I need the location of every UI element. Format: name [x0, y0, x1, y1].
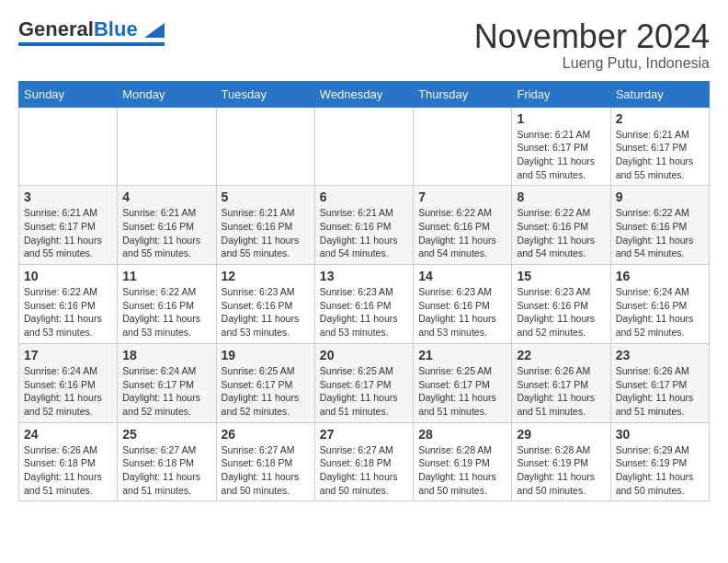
weekday-header-friday: Friday: [512, 81, 610, 107]
day-number: 10: [24, 269, 112, 283]
day-info: Sunrise: 6:28 AMSunset: 6:19 PMDaylight:…: [517, 443, 605, 498]
calendar-cell: 10Sunrise: 6:22 AMSunset: 6:16 PMDayligh…: [19, 265, 118, 344]
calendar-cell: 7Sunrise: 6:22 AMSunset: 6:16 PMDaylight…: [414, 186, 512, 265]
day-info: Sunrise: 6:21 AMSunset: 6:16 PMDaylight:…: [222, 206, 310, 260]
day-number: 1: [517, 111, 605, 126]
day-number: 20: [320, 348, 408, 362]
day-info: Sunrise: 6:26 AMSunset: 6:17 PMDaylight:…: [616, 364, 704, 419]
day-number: 4: [122, 190, 210, 204]
day-number: 27: [320, 427, 408, 442]
day-info: Sunrise: 6:27 AMSunset: 6:18 PMDaylight:…: [122, 443, 210, 498]
day-info: Sunrise: 6:21 AMSunset: 6:17 PMDaylight:…: [24, 206, 112, 260]
calendar-cell: [216, 107, 314, 186]
calendar-cell: 23Sunrise: 6:26 AMSunset: 6:17 PMDayligh…: [610, 343, 709, 422]
day-number: 26: [222, 427, 310, 442]
calendar-cell: 18Sunrise: 6:24 AMSunset: 6:17 PMDayligh…: [118, 343, 216, 422]
calendar-cell: [414, 107, 512, 186]
title-section: November 2024 Lueng Putu, Indonesia: [474, 18, 710, 72]
day-number: 21: [418, 348, 506, 362]
day-info: Sunrise: 6:26 AMSunset: 6:17 PMDaylight:…: [517, 364, 605, 419]
calendar-cell: 12Sunrise: 6:23 AMSunset: 6:16 PMDayligh…: [216, 265, 314, 344]
calendar-cell: 6Sunrise: 6:21 AMSunset: 6:16 PMDaylight…: [314, 186, 413, 265]
day-number: 18: [122, 348, 210, 362]
logo-blue: Blue: [94, 17, 138, 40]
calendar-cell: 2Sunrise: 6:21 AMSunset: 6:17 PMDaylight…: [610, 107, 709, 186]
day-number: 14: [418, 269, 506, 283]
logo-wing-icon: [144, 23, 165, 38]
day-info: Sunrise: 6:23 AMSunset: 6:16 PMDaylight:…: [222, 285, 310, 339]
day-number: 13: [320, 269, 408, 283]
calendar-cell: 4Sunrise: 6:21 AMSunset: 6:16 PMDaylight…: [118, 186, 216, 265]
weekday-header-thursday: Thursday: [414, 81, 512, 107]
calendar-table: SundayMondayTuesdayWednesdayThursdayFrid…: [18, 81, 710, 502]
day-info: Sunrise: 6:22 AMSunset: 6:16 PMDaylight:…: [24, 285, 112, 339]
day-info: Sunrise: 6:29 AMSunset: 6:19 PMDaylight:…: [616, 443, 704, 498]
day-number: 28: [418, 427, 506, 442]
calendar-cell: 1Sunrise: 6:21 AMSunset: 6:17 PMDaylight…: [512, 107, 610, 186]
day-info: Sunrise: 6:22 AMSunset: 6:16 PMDaylight:…: [418, 206, 506, 260]
day-info: Sunrise: 6:21 AMSunset: 6:17 PMDaylight:…: [616, 128, 704, 182]
day-info: Sunrise: 6:25 AMSunset: 6:17 PMDaylight:…: [418, 364, 506, 419]
day-info: Sunrise: 6:27 AMSunset: 6:18 PMDaylight:…: [222, 443, 310, 498]
day-info: Sunrise: 6:27 AMSunset: 6:18 PMDaylight:…: [320, 443, 408, 498]
calendar-cell: 15Sunrise: 6:23 AMSunset: 6:16 PMDayligh…: [512, 265, 610, 344]
day-info: Sunrise: 6:24 AMSunset: 6:16 PMDaylight:…: [24, 364, 112, 419]
day-info: Sunrise: 6:22 AMSunset: 6:16 PMDaylight:…: [517, 206, 605, 260]
calendar-cell: 28Sunrise: 6:28 AMSunset: 6:19 PMDayligh…: [414, 422, 512, 501]
calendar-cell: 25Sunrise: 6:27 AMSunset: 6:18 PMDayligh…: [118, 422, 216, 501]
calendar-week-4: 17Sunrise: 6:24 AMSunset: 6:16 PMDayligh…: [19, 343, 710, 422]
day-number: 30: [616, 427, 704, 442]
calendar-week-1: 1Sunrise: 6:21 AMSunset: 6:17 PMDaylight…: [19, 107, 710, 186]
page-header: GeneralBlue November 2024 Lueng Putu, In…: [18, 18, 710, 72]
day-info: Sunrise: 6:22 AMSunset: 6:16 PMDaylight:…: [122, 285, 210, 339]
day-info: Sunrise: 6:21 AMSunset: 6:17 PMDaylight:…: [517, 128, 605, 182]
calendar-cell: [19, 107, 118, 186]
day-number: 24: [24, 427, 112, 442]
day-info: Sunrise: 6:24 AMSunset: 6:17 PMDaylight:…: [122, 364, 210, 419]
calendar-cell: 24Sunrise: 6:26 AMSunset: 6:18 PMDayligh…: [19, 422, 118, 501]
calendar-cell: 29Sunrise: 6:28 AMSunset: 6:19 PMDayligh…: [512, 422, 610, 501]
day-info: Sunrise: 6:21 AMSunset: 6:16 PMDaylight:…: [122, 206, 210, 260]
weekday-header-monday: Monday: [118, 81, 216, 107]
day-info: Sunrise: 6:26 AMSunset: 6:18 PMDaylight:…: [24, 443, 112, 498]
day-number: 12: [222, 269, 310, 283]
calendar-cell: 13Sunrise: 6:23 AMSunset: 6:16 PMDayligh…: [314, 265, 413, 344]
day-number: 23: [616, 348, 704, 362]
location-subtitle: Lueng Putu, Indonesia: [474, 55, 710, 72]
calendar-cell: 11Sunrise: 6:22 AMSunset: 6:16 PMDayligh…: [118, 265, 216, 344]
calendar-week-5: 24Sunrise: 6:26 AMSunset: 6:18 PMDayligh…: [19, 422, 710, 501]
day-info: Sunrise: 6:25 AMSunset: 6:17 PMDaylight:…: [320, 364, 408, 419]
calendar-cell: 22Sunrise: 6:26 AMSunset: 6:17 PMDayligh…: [512, 343, 610, 422]
calendar-cell: 8Sunrise: 6:22 AMSunset: 6:16 PMDaylight…: [512, 186, 610, 265]
logo: GeneralBlue: [18, 18, 165, 46]
calendar-cell: 14Sunrise: 6:23 AMSunset: 6:16 PMDayligh…: [414, 265, 512, 344]
calendar-week-3: 10Sunrise: 6:22 AMSunset: 6:16 PMDayligh…: [19, 265, 710, 344]
day-number: 22: [517, 348, 605, 362]
calendar-week-2: 3Sunrise: 6:21 AMSunset: 6:17 PMDaylight…: [19, 186, 710, 265]
calendar-cell: 17Sunrise: 6:24 AMSunset: 6:16 PMDayligh…: [19, 343, 118, 422]
weekday-header-wednesday: Wednesday: [314, 81, 413, 107]
logo-general: General: [18, 17, 94, 40]
calendar-cell: 9Sunrise: 6:22 AMSunset: 6:16 PMDaylight…: [610, 186, 709, 265]
day-number: 29: [517, 427, 605, 442]
calendar-cell: [118, 107, 216, 186]
day-number: 6: [320, 190, 408, 204]
day-info: Sunrise: 6:24 AMSunset: 6:16 PMDaylight:…: [616, 285, 704, 339]
calendar-cell: 16Sunrise: 6:24 AMSunset: 6:16 PMDayligh…: [610, 265, 709, 344]
day-number: 25: [122, 427, 210, 442]
day-number: 16: [616, 269, 704, 283]
day-number: 7: [418, 190, 506, 204]
day-number: 9: [616, 190, 704, 204]
day-number: 19: [222, 348, 310, 362]
day-info: Sunrise: 6:25 AMSunset: 6:17 PMDaylight:…: [222, 364, 310, 419]
calendar-header-row: SundayMondayTuesdayWednesdayThursdayFrid…: [19, 81, 710, 107]
calendar-cell: 19Sunrise: 6:25 AMSunset: 6:17 PMDayligh…: [216, 343, 314, 422]
calendar-cell: 30Sunrise: 6:29 AMSunset: 6:19 PMDayligh…: [610, 422, 709, 501]
day-number: 2: [616, 111, 704, 126]
calendar-cell: 27Sunrise: 6:27 AMSunset: 6:18 PMDayligh…: [314, 422, 413, 501]
day-number: 17: [24, 348, 112, 362]
calendar-cell: 20Sunrise: 6:25 AMSunset: 6:17 PMDayligh…: [314, 343, 413, 422]
day-number: 8: [517, 190, 605, 204]
day-number: 3: [24, 190, 112, 204]
day-number: 11: [122, 269, 210, 283]
